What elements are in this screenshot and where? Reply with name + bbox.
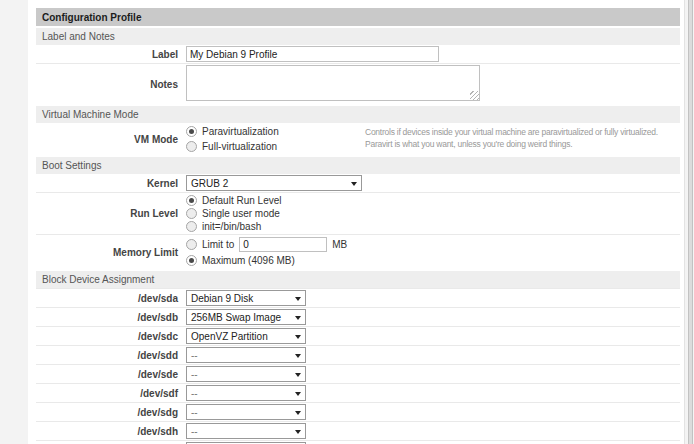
device-row-sdd: /dev/sdd -- — [36, 345, 680, 364]
memory-limit-label: Memory Limit — [36, 247, 182, 258]
device-row-sde: /dev/sde -- — [36, 364, 680, 383]
device-row-sdh: /dev/sdh -- — [36, 421, 680, 440]
radio-single-user-mode[interactable] — [186, 208, 197, 219]
device-label: /dev/sdc — [36, 331, 182, 342]
radio-maximum-memory[interactable] — [186, 255, 197, 266]
device-select-value: -- — [191, 407, 198, 418]
device-select-sdd[interactable]: -- — [186, 347, 306, 363]
run-level-option-default[interactable]: Default Run Level — [186, 194, 282, 207]
run-level-label: Run Level — [36, 208, 182, 219]
section-header-vm-mode: Virtual Machine Mode — [36, 106, 680, 123]
device-select-value: -- — [191, 369, 198, 380]
device-select-sda[interactable]: Debian 9 Disk — [186, 290, 306, 306]
vm-mode-row: VM Mode Paravirtualization Full-virtuali… — [36, 123, 680, 155]
dropdown-arrow-icon — [295, 392, 301, 396]
run-level-row: Run Level Default Run Level Single user … — [36, 192, 680, 234]
radio-paravirtualization[interactable] — [186, 126, 197, 137]
vertical-scrollbar[interactable] — [687, 0, 694, 444]
memory-limit-option-limit[interactable]: Limit to MB — [186, 236, 347, 253]
device-select-value: -- — [191, 388, 198, 399]
kernel-select-value: GRUB 2 — [191, 178, 228, 189]
limit-to-label: Limit to — [202, 239, 234, 250]
scrollbar-thumb[interactable] — [688, 0, 693, 444]
dropdown-arrow-icon — [295, 297, 301, 301]
section-header-label-and-notes: Label and Notes — [36, 28, 680, 45]
dropdown-arrow-icon — [295, 354, 301, 358]
device-label: /dev/sda — [36, 293, 182, 304]
device-label: /dev/sdb — [36, 312, 182, 323]
radio-default-run-level[interactable] — [186, 195, 197, 206]
run-level-option-init-bash[interactable]: init=/bin/bash — [186, 220, 282, 233]
device-label: /dev/sdd — [36, 350, 182, 361]
device-label: /dev/sdh — [36, 426, 182, 437]
resize-grip-icon[interactable] — [470, 91, 479, 100]
run-level-option-label: init=/bin/bash — [202, 221, 261, 232]
memory-unit-label: MB — [332, 239, 347, 250]
memory-limit-option-maximum[interactable]: Maximum (4096 MB) — [186, 253, 347, 268]
radio-init-bash[interactable] — [186, 221, 197, 232]
device-select-value: Debian 9 Disk — [191, 293, 253, 304]
dropdown-arrow-icon — [295, 411, 301, 415]
device-row-sdg: /dev/sdg -- — [36, 402, 680, 421]
memory-limit-row: Memory Limit Limit to MB Maximum (4096 M… — [36, 234, 680, 269]
kernel-label: Kernel — [36, 178, 182, 189]
configuration-profile-panel: Configuration Profile Label and Notes La… — [28, 0, 685, 444]
vm-mode-option-label: Full-virtualization — [202, 141, 277, 152]
dropdown-arrow-icon — [295, 430, 301, 434]
memory-limit-input[interactable] — [239, 237, 327, 252]
maximum-memory-label: Maximum (4096 MB) — [202, 255, 295, 266]
section-header-block-devices: Block Device Assignment — [36, 271, 680, 288]
label-field-label: Label — [36, 49, 182, 60]
dropdown-arrow-icon — [351, 182, 357, 186]
kernel-select[interactable]: GRUB 2 — [186, 175, 362, 191]
vm-mode-help-text: Controls if devices inside your virtual … — [365, 126, 658, 150]
section-header-boot-settings: Boot Settings — [36, 157, 680, 174]
radio-limit-to[interactable] — [186, 239, 197, 250]
dropdown-arrow-icon — [295, 373, 301, 377]
device-select-value: -- — [191, 350, 198, 361]
device-label: /dev/sdf — [36, 388, 182, 399]
run-level-option-label: Default Run Level — [202, 195, 282, 206]
vm-mode-option-label: Paravirtualization — [202, 126, 279, 137]
dropdown-arrow-icon — [295, 316, 301, 320]
device-select-value: -- — [191, 426, 198, 437]
vm-mode-help-line1: Controls if devices inside your virtual … — [365, 126, 658, 138]
device-select-sde[interactable]: -- — [186, 366, 306, 382]
vm-mode-option-full-virtualization[interactable]: Full-virtualization — [186, 139, 279, 154]
device-select-sdg[interactable]: -- — [186, 404, 306, 420]
vm-mode-help-line2: Paravirt is what you want, unless you're… — [365, 138, 658, 150]
vm-mode-option-paravirtualization[interactable]: Paravirtualization — [186, 124, 279, 139]
device-row-sdc: /dev/sdc OpenVZ Partition — [36, 326, 680, 345]
dropdown-arrow-icon — [295, 335, 301, 339]
device-select-sdh[interactable]: -- — [186, 423, 306, 439]
notes-field-label: Notes — [36, 79, 182, 90]
vm-mode-label: VM Mode — [36, 134, 182, 145]
device-select-sdc[interactable]: OpenVZ Partition — [186, 328, 306, 344]
label-row: Label — [36, 45, 680, 63]
run-level-option-label: Single user mode — [202, 208, 280, 219]
kernel-row: Kernel GRUB 2 — [36, 174, 680, 192]
notes-textarea[interactable] — [186, 65, 480, 101]
device-select-value: OpenVZ Partition — [191, 331, 268, 342]
device-row-sda: /dev/sda Debian 9 Disk — [36, 288, 680, 307]
device-label: /dev/sdg — [36, 407, 182, 418]
run-level-option-single-user[interactable]: Single user mode — [186, 207, 282, 220]
device-row-sdb: /dev/sdb 256MB Swap Image — [36, 307, 680, 326]
label-input[interactable] — [186, 46, 439, 62]
device-select-sdf[interactable]: -- — [186, 385, 306, 401]
device-select-value: 256MB Swap Image — [191, 312, 281, 323]
device-select-sdb[interactable]: 256MB Swap Image — [186, 309, 306, 325]
notes-row: Notes — [36, 63, 680, 104]
page-title: Configuration Profile — [36, 8, 680, 26]
device-label: /dev/sde — [36, 369, 182, 380]
radio-full-virtualization[interactable] — [186, 141, 197, 152]
device-row-sdf: /dev/sdf -- — [36, 383, 680, 402]
device-row-initrd: initrd -- No initrd -- — [36, 440, 680, 444]
